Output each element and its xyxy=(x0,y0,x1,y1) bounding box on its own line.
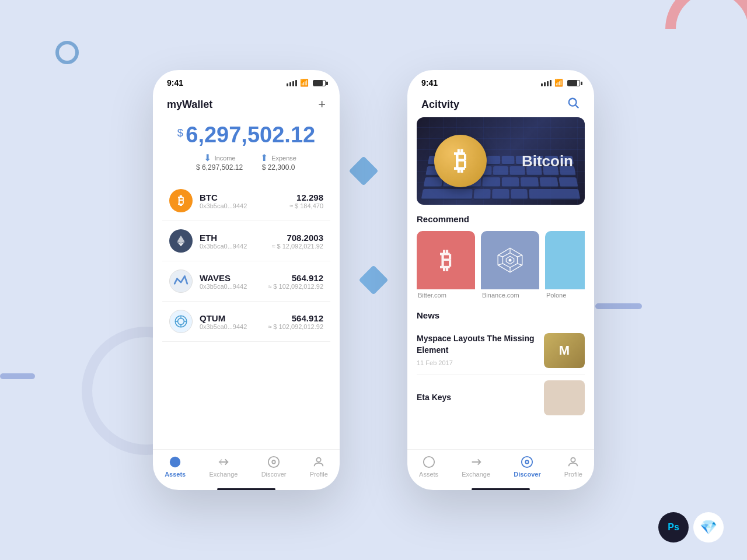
qtum-qty: 564.912 xyxy=(268,313,323,323)
income-icon: ⬇ xyxy=(204,152,211,163)
svg-point-25 xyxy=(522,457,532,467)
waves-address: 0x3b5ca0...9442 xyxy=(200,283,261,290)
coins-list: ₿ BTC 0x3b5ca0...9442 12.298 ≈ $ 184,470 xyxy=(153,181,340,449)
recommend-title: Recommend xyxy=(417,214,585,224)
nav-label-profile-1: Profile xyxy=(310,471,328,478)
nav-label-discover-2: Discover xyxy=(514,471,540,478)
svg-point-8 xyxy=(170,457,180,467)
battery-icon xyxy=(313,80,326,86)
news-item-1[interactable]: Myspace Layouts The Missing Element 11 F… xyxy=(417,327,585,374)
svg-line-23 xyxy=(498,256,502,257)
btc-info: BTC 0x3b5ca0...9442 xyxy=(200,192,282,209)
nav-discover-2[interactable]: Discover xyxy=(514,456,540,478)
nav-label-exchange-2: Exchange xyxy=(462,471,490,478)
svg-point-3 xyxy=(178,318,184,325)
news-item-2[interactable]: Eta Keys xyxy=(417,374,585,421)
assets-icon-2 xyxy=(423,456,435,468)
expense-label: Expense xyxy=(271,155,296,162)
income-label: Income xyxy=(215,155,236,162)
wallet-title: myWallet xyxy=(167,99,212,111)
btc-usd: ≈ $ 184,470 xyxy=(289,202,323,209)
status-icons-2: 📶 xyxy=(541,79,580,87)
bitcoin-banner-text: Bitcoin xyxy=(522,152,573,170)
svg-line-22 xyxy=(498,264,502,265)
nav-profile-1[interactable]: Profile xyxy=(310,456,328,478)
bitter-label: Bitter.com xyxy=(417,289,475,301)
expense-icon: ⬆ xyxy=(260,152,268,163)
news-thumb-1: M xyxy=(544,333,585,368)
bg-decoration-circle xyxy=(55,41,79,64)
wallet-content: myWallet + $ 6,297,502.12 ⬇ Income $ 6,2… xyxy=(153,91,340,449)
currency-symbol: $ xyxy=(177,127,183,139)
svg-point-26 xyxy=(526,460,529,464)
news-title-2: Eta Keys xyxy=(417,392,537,404)
nav-exchange-1[interactable]: Exchange xyxy=(209,456,238,478)
phone-wallet: 9:41 📶 myWallet + xyxy=(153,70,340,490)
qtum-symbol: QTUM xyxy=(200,313,261,323)
svg-point-9 xyxy=(268,457,279,467)
bg-decoration-arc-pink xyxy=(665,0,747,76)
income-expense-row: ⬇ Income $ 6,297,502.12 ⬆ Expense $ 22,3… xyxy=(167,152,326,172)
coin-row-btc[interactable]: ₿ BTC 0x3b5ca0...9442 12.298 ≈ $ 184,470 xyxy=(162,181,330,221)
news-date-1: 11 Feb 2017 xyxy=(417,359,537,366)
home-indicator-1 xyxy=(217,488,275,490)
expense-value: $ 22,300.0 xyxy=(260,163,296,172)
profile-icon-1 xyxy=(312,456,325,468)
profile-icon-2 xyxy=(567,456,580,468)
status-bar-1: 9:41 📶 xyxy=(153,70,340,91)
bottom-nav-2: Assets Exchange Discover xyxy=(407,449,594,487)
income-item: ⬇ Income $ 6,297,502.12 xyxy=(196,152,243,172)
recommend-bitter[interactable]: ₿ Bitter.com xyxy=(417,231,475,301)
home-indicator-2 xyxy=(472,488,530,490)
nav-assets-2[interactable]: Assets xyxy=(419,456,438,478)
polone-icon xyxy=(545,231,585,289)
bitter-icon: ₿ xyxy=(417,231,475,289)
status-time-2: 9:41 xyxy=(421,78,438,88)
activity-header: Acitvity xyxy=(407,91,594,117)
news-text-2: Eta Keys xyxy=(417,392,537,404)
waves-info: WAVES 0x3b5ca0...9442 xyxy=(200,273,261,290)
waves-usd: ≈ $ 102,092,012.92 xyxy=(268,283,323,290)
sketch-badge: 💎 xyxy=(693,512,724,542)
nav-discover-1[interactable]: Discover xyxy=(261,456,287,478)
coin-row-eth[interactable]: ETH 0x3b5ca0...9442 708.2003 ≈ $ 12,092,… xyxy=(162,221,330,261)
svg-point-12 xyxy=(569,99,577,106)
photoshop-badge: Ps xyxy=(658,512,689,542)
waves-qty: 564.912 xyxy=(268,273,323,283)
eth-amounts: 708.2003 ≈ $ 12,092,021.92 xyxy=(271,233,323,250)
activity-scroll: ₿ Bitcoin Recommend ₿ Bitter.com xyxy=(407,117,594,449)
news-title-1: Myspace Layouts The Missing Element xyxy=(417,333,537,356)
activity-title: Acitvity xyxy=(421,99,459,111)
coin-row-waves[interactable]: WAVES 0x3b5ca0...9442 564.912 ≈ $ 102,09… xyxy=(162,261,330,302)
coin-row-qtum[interactable]: QTUM 0x3b5ca0...9442 564.912 ≈ $ 102,092… xyxy=(162,302,330,342)
nav-label-assets-2: Assets xyxy=(419,471,438,478)
nav-label-profile-2: Profile xyxy=(564,471,582,478)
nav-label-assets-1: Assets xyxy=(165,471,186,478)
svg-point-11 xyxy=(317,458,321,462)
qtum-address: 0x3b5ca0...9442 xyxy=(200,323,261,330)
phone-activity: 9:41 📶 Acitvity xyxy=(407,70,594,490)
search-icon xyxy=(567,97,580,110)
btc-qty: 12.298 xyxy=(289,192,323,202)
phones-wrapper: 9:41 📶 myWallet + xyxy=(153,70,594,490)
eth-icon xyxy=(169,229,193,253)
btc-icon: ₿ xyxy=(169,189,193,212)
battery-icon-2 xyxy=(567,80,580,86)
waves-symbol: WAVES xyxy=(200,273,261,283)
binance-label: Binance.com xyxy=(481,289,539,301)
recommend-polone[interactable]: Polone xyxy=(545,231,585,301)
recommend-row: ₿ Bitter.com xyxy=(417,231,585,301)
eth-qty: 708.2003 xyxy=(271,233,323,243)
waves-amounts: 564.912 ≈ $ 102,092,012.92 xyxy=(268,273,323,290)
nav-exchange-2[interactable]: Exchange xyxy=(462,456,490,478)
svg-marker-0 xyxy=(177,236,185,243)
status-time-1: 9:41 xyxy=(167,78,183,88)
balance-section: $ 6,297,502.12 ⬇ Income $ 6,297,502.12 ⬆ xyxy=(153,117,340,181)
recommend-binance[interactable]: Binance.com xyxy=(481,231,539,301)
nav-assets-1[interactable]: Assets xyxy=(165,456,186,478)
balance-amount: 6,297,502.12 xyxy=(186,123,315,147)
bitcoin-banner[interactable]: ₿ Bitcoin xyxy=(417,117,585,205)
add-wallet-button[interactable]: + xyxy=(318,97,326,112)
search-button[interactable] xyxy=(567,97,580,113)
nav-profile-2[interactable]: Profile xyxy=(564,456,582,478)
